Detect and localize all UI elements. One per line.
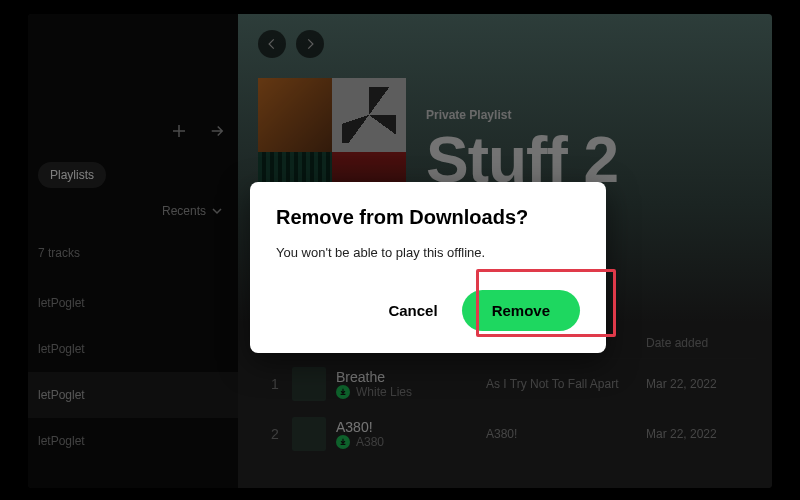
track-album: A380!	[486, 427, 646, 441]
cancel-button[interactable]: Cancel	[388, 302, 437, 319]
nav-forward-button[interactable]	[296, 30, 324, 58]
sort-recents[interactable]: Recents	[162, 204, 222, 218]
expand-library-icon[interactable]	[208, 122, 226, 140]
sidebar-item-playlist[interactable]: letPoglet	[28, 372, 238, 418]
track-artist: A380	[356, 435, 384, 449]
playlist-list: letPoglet letPoglet letPoglet letPoglet	[28, 280, 238, 464]
chevron-down-icon	[212, 206, 222, 216]
table-row[interactable]: 1 Breathe White Lies As I Try Not To Fal…	[258, 359, 756, 409]
downloaded-icon	[336, 435, 350, 449]
remove-downloads-dialog: Remove from Downloads? You won't be able…	[250, 182, 606, 353]
sidebar-item-playlist[interactable]: letPoglet	[28, 326, 238, 372]
nav-back-button[interactable]	[258, 30, 286, 58]
downloaded-icon	[336, 385, 350, 399]
row-index: 2	[258, 426, 292, 442]
remove-button[interactable]: Remove	[462, 290, 580, 331]
track-artist: White Lies	[356, 385, 412, 399]
sidebar-item-playlist[interactable]: letPoglet	[28, 280, 238, 326]
table-row[interactable]: 2 A380! A380 A380! Mar 22, 2022	[258, 409, 756, 459]
create-playlist-icon[interactable]	[170, 122, 188, 140]
track-table: # Title Album Date added 1 Breathe White…	[258, 336, 756, 459]
sidebar: Playlists Recents 7 tracks letPoglet let…	[28, 14, 238, 488]
track-title: Breathe	[336, 369, 412, 385]
track-date: Mar 22, 2022	[646, 427, 756, 441]
dialog-body: You won't be able to play this offline.	[276, 245, 580, 260]
track-album: As I Try Not To Fall Apart	[486, 377, 646, 391]
track-date: Mar 22, 2022	[646, 377, 756, 391]
track-art	[292, 367, 326, 401]
dialog-title: Remove from Downloads?	[276, 206, 580, 229]
track-art	[292, 417, 326, 451]
row-index: 1	[258, 376, 292, 392]
sidebar-track-count: 7 tracks	[38, 246, 80, 260]
sidebar-item-playlist[interactable]: letPoglet	[28, 418, 238, 464]
track-title: A380!	[336, 419, 384, 435]
col-date: Date added	[646, 336, 756, 350]
filter-pill-playlists[interactable]: Playlists	[38, 162, 106, 188]
playlist-kind-label: Private Playlist	[426, 108, 618, 122]
sort-label: Recents	[162, 204, 206, 218]
